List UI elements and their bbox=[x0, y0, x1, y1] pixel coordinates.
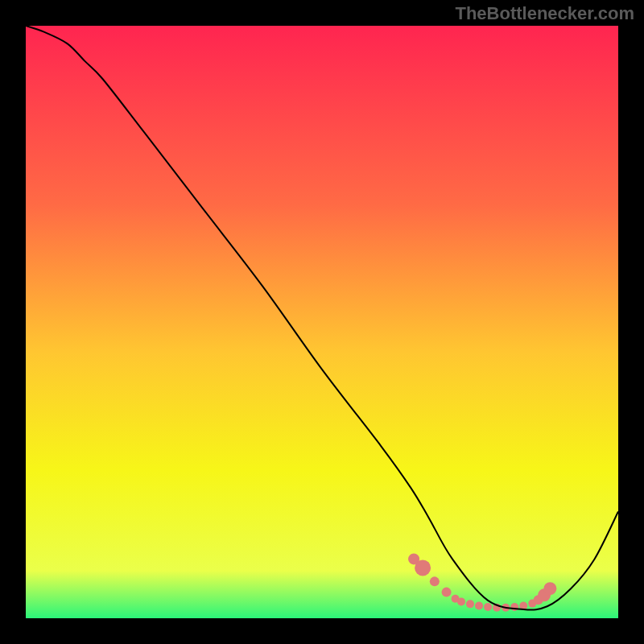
highlight-marker bbox=[430, 576, 440, 586]
gradient-background bbox=[26, 26, 618, 618]
highlight-marker bbox=[484, 603, 492, 611]
plot-area bbox=[26, 26, 618, 618]
highlight-marker bbox=[442, 588, 452, 597]
highlight-marker bbox=[475, 602, 483, 610]
highlight-marker bbox=[466, 600, 474, 608]
highlight-marker bbox=[543, 582, 556, 595]
chart-container: TheBottlenecker.com bbox=[0, 0, 644, 644]
highlight-marker bbox=[510, 603, 518, 611]
highlight-marker bbox=[457, 597, 465, 605]
chart-svg bbox=[26, 26, 618, 618]
highlight-marker bbox=[415, 559, 431, 576]
watermark-text: TheBottlenecker.com bbox=[455, 3, 634, 24]
